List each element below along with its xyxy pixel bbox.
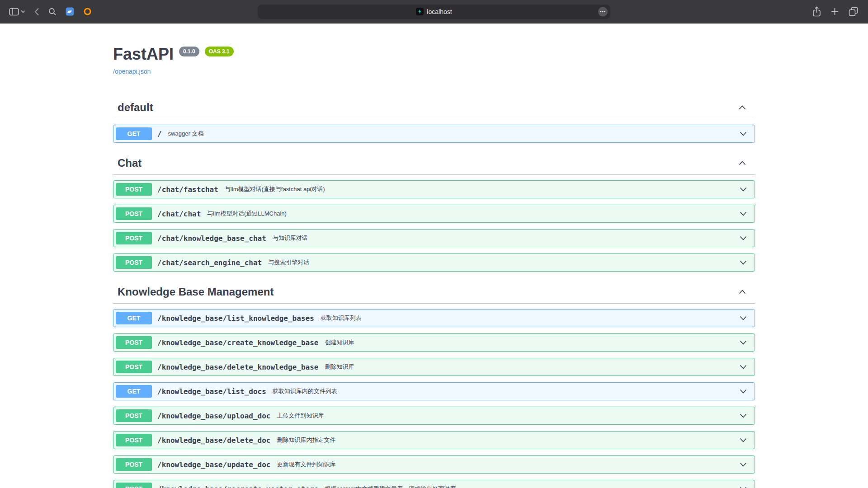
back-button[interactable] [34,8,39,16]
operation-row[interactable]: POST /chat/knowledge_base_chat 与知识库对话 [113,229,755,247]
chevron-down-icon[interactable] [740,260,752,265]
operation-row[interactable]: GET /knowledge_base/list_knowledge_bases… [113,309,755,327]
operation-path: /chat/search_engine_chat [157,258,262,267]
version-badge: 0.1.0 [179,47,199,56]
toolbar-right-group [812,6,868,17]
back-icon [34,8,39,16]
operation-path: / [157,130,162,138]
operation-row[interactable]: POST /knowledge_base/recreate_vector_sto… [113,480,755,488]
sections-container: default GET / swagger 文档 Chat [113,94,755,488]
api-section: Knowledge Base Management GET /knowledge… [113,278,755,488]
operation-row[interactable]: POST /chat/fastchat 与llm模型对话(直接与fastchat… [113,180,755,198]
operation-path: /knowledge_base/create_knowledge_base [157,338,318,347]
chevron-down-icon[interactable] [740,316,752,320]
operation-row[interactable]: POST /knowledge_base/create_knowledge_ba… [113,333,755,352]
operation-path: /knowledge_base/upload_doc [157,412,270,420]
operation-row[interactable]: POST /knowledge_base/delete_doc 删除知识库内指定… [113,431,755,449]
new-tab-button[interactable] [831,8,839,15]
search-icon [48,8,57,16]
operation-path: /knowledge_base/delete_doc [157,436,270,445]
chevron-down-icon[interactable] [740,236,752,240]
section-title: default [118,101,153,114]
operation-description: 与llm模型对话(直接与fastchat api对话) [225,185,325,193]
ellipsis-icon: ••• [600,9,605,14]
chevron-down-icon[interactable] [740,462,752,467]
extension-blue-icon [66,7,74,16]
chevron-down-icon[interactable] [740,211,752,216]
section-title: Knowledge Base Management [118,285,274,299]
chevron-up-icon [739,161,746,165]
chevron-down-icon[interactable] [740,389,752,394]
operation-path: /knowledge_base/list_knowledge_bases [157,314,314,323]
share-icon [812,6,821,17]
extension-blue-button[interactable] [66,7,74,16]
http-method-badge: POST [116,361,152,373]
operation-description: 删除知识库内指定文件 [277,436,335,444]
section-header[interactable]: Chat [113,149,755,175]
operation-row[interactable]: GET /knowledge_base/list_docs 获取知识库内的文件列… [113,382,755,400]
chevron-down-icon[interactable] [740,340,752,345]
operation-path: /chat/knowledge_base_chat [157,234,266,243]
chevron-up-icon [739,105,746,110]
share-button[interactable] [812,6,821,17]
operation-description: 更新现有文件到知识库 [277,460,335,469]
operation-row[interactable]: POST /knowledge_base/update_doc 更新现有文件到知… [113,455,755,474]
collapse-section-button[interactable] [736,105,749,110]
http-method-badge: GET [116,127,152,140]
http-method-badge: POST [116,256,152,269]
operation-path: /chat/chat [157,210,201,218]
operation-description: 删除知识库 [325,363,354,371]
http-method-badge: POST [116,183,152,196]
address-bar[interactable]: localhost ••• [258,5,610,19]
operation-row[interactable]: GET / swagger 文档 [113,125,755,143]
http-method-badge: POST [116,409,152,422]
operation-path: /chat/fastchat [157,185,218,194]
operation-description: 获取知识库列表 [321,314,362,322]
chevron-down-icon[interactable] [740,413,752,418]
extension-orange-button[interactable] [83,7,92,16]
http-method-badge: POST [116,232,152,244]
http-method-badge: POST [116,207,152,220]
page-options-button[interactable]: ••• [598,7,608,16]
openapi-spec-link[interactable]: /openapi.json [113,68,151,75]
api-info: FastAPI 0.1.0 OAS 3.1 /openapi.json [113,23,755,75]
section-title: Chat [118,156,142,170]
operation-path: /knowledge_base/recreate_vector_store [157,485,318,488]
operation-row[interactable]: POST /knowledge_base/upload_doc 上传文件到知识库 [113,407,755,425]
http-method-badge: POST [116,458,152,471]
operation-description: 根据content中文档重建向量库，流式输出处理进度。 [325,485,462,488]
operation-description: 与llm模型对话(通过LLMChain) [207,210,287,218]
tab-overview-button[interactable] [849,7,858,16]
operation-description: 与搜索引擎对话 [268,258,309,267]
section-header[interactable]: Knowledge Base Management [113,278,755,304]
http-method-badge: GET [116,385,152,398]
operation-path: /knowledge_base/update_doc [157,460,270,469]
http-method-badge: GET [116,312,152,324]
section-header[interactable]: default [113,94,755,119]
operation-description: swagger 文档 [168,130,204,138]
chevron-down-icon[interactable] [740,187,752,192]
site-favicon [416,8,424,15]
operation-description: 创建知识库 [325,338,354,347]
chevron-down-icon[interactable] [740,131,752,136]
operation-path: /knowledge_base/delete_knowledge_base [157,363,318,371]
collapse-section-button[interactable] [736,290,749,294]
extension-orange-icon [83,7,92,16]
url-text: localhost [427,8,452,15]
operation-row[interactable]: POST /chat/chat 与llm模型对话(通过LLMChain) [113,205,755,223]
api-section: default GET / swagger 文档 [113,94,755,143]
operation-row[interactable]: POST /knowledge_base/delete_knowledge_ba… [113,358,755,376]
tab-overview-icon [849,7,858,16]
chevron-down-icon[interactable] [740,365,752,369]
toolbar-left-group [0,7,92,16]
operation-path: /knowledge_base/list_docs [157,387,266,396]
sidebar-toggle-icon [9,8,19,16]
oas-badge: OAS 3.1 [205,47,234,56]
sidebar-toggle-button[interactable] [9,8,25,16]
collapse-section-button[interactable] [736,161,749,165]
chevron-down-icon[interactable] [740,438,752,442]
http-method-badge: POST [116,434,152,446]
operation-row[interactable]: POST /chat/search_engine_chat 与搜索引擎对话 [113,253,755,272]
search-button[interactable] [48,8,57,16]
operation-description: 与知识库对话 [273,234,308,242]
